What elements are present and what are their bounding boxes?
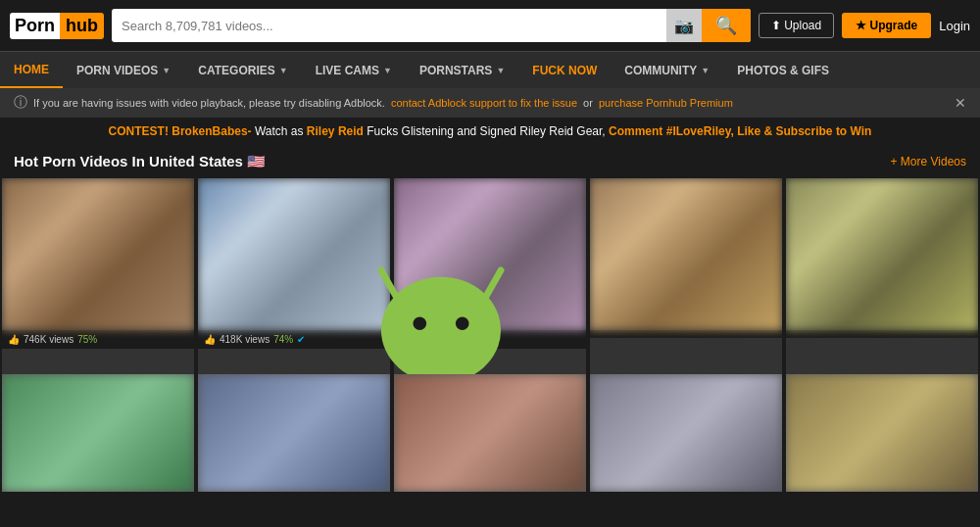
thumb-info-3: 👍 844K views 70% bbox=[394, 330, 586, 349]
thumb-stats-1: 👍 746K views 75% bbox=[8, 334, 188, 345]
contest-name-link[interactable]: Riley Reid bbox=[307, 124, 364, 138]
video-grid: 👍 746K views 75% 👍 418K views 74% ✔ bbox=[0, 178, 980, 374]
alert-close-button[interactable]: ✕ bbox=[955, 95, 966, 111]
thumb-stats-3: 👍 844K views 70% bbox=[400, 334, 580, 345]
alert-bar: ⓘ If you are having issues with video pl… bbox=[0, 88, 980, 118]
thumb-image-1 bbox=[2, 178, 194, 330]
thumb-pct-1: 75% bbox=[77, 334, 97, 345]
video-thumb-1[interactable]: 👍 746K views 75% bbox=[2, 178, 194, 374]
more-videos-link[interactable]: + More Videos bbox=[891, 155, 967, 168]
upload-button[interactable]: ⬆ Upload bbox=[759, 13, 834, 38]
navbar: HOME PORN VIDEOS ▼ CATEGORIES ▼ LIVE CAM… bbox=[0, 51, 980, 88]
section-title: Hot Porn Videos In United States 🇺🇸 + Mo… bbox=[0, 145, 980, 178]
verified-badge-2: ✔ bbox=[297, 334, 305, 345]
contest-prefix: CONTEST! BrokenBabes- bbox=[109, 124, 252, 138]
logo[interactable]: Pornhub bbox=[10, 13, 104, 39]
search-button[interactable]: 🔍 bbox=[702, 9, 751, 42]
video-thumb-7[interactable] bbox=[198, 374, 390, 492]
thumb-image-3 bbox=[394, 178, 586, 330]
thumb-views-icon-3: 👍 bbox=[400, 334, 412, 345]
login-button[interactable]: Login bbox=[939, 19, 970, 33]
video-thumb-3[interactable]: 👍 844K views 70% bbox=[394, 178, 586, 374]
contest-text: Watch as bbox=[255, 124, 307, 138]
thumb-views-3: 844K views bbox=[416, 334, 466, 345]
thumb-image-10 bbox=[786, 374, 978, 492]
nav-photos[interactable]: PHOTOS & GIFS bbox=[723, 52, 843, 88]
nav-live-cams[interactable]: LIVE CAMS ▼ bbox=[302, 52, 406, 88]
section-heading: Hot Porn Videos In United States 🇺🇸 bbox=[14, 153, 266, 170]
logo-hub: hub bbox=[60, 13, 104, 39]
search-bar: 📷 🔍 bbox=[112, 9, 751, 42]
section-heading-text: Hot Porn Videos In United States 🇺🇸 bbox=[14, 153, 266, 170]
premium-link[interactable]: purchase Pornhub Premium bbox=[599, 97, 733, 109]
nav-community[interactable]: COMMUNITY ▼ bbox=[611, 52, 723, 88]
thumb-info-1: 👍 746K views 75% bbox=[2, 330, 194, 349]
alert-icon: ⓘ bbox=[14, 94, 27, 112]
nav-pornstars[interactable]: PORNSTARS ▼ bbox=[406, 52, 518, 88]
thumb-image-5 bbox=[786, 178, 978, 330]
thumb-views-icon-1: 👍 bbox=[8, 334, 20, 345]
alert-message: If you are having issues with video play… bbox=[33, 97, 385, 109]
adblock-support-link[interactable]: contact Adblock support to fix the issue bbox=[391, 97, 577, 109]
thumb-image-4 bbox=[590, 178, 782, 330]
thumb-views-2: 418K views bbox=[220, 334, 270, 345]
thumb-image-9 bbox=[590, 374, 782, 492]
thumb-image-6 bbox=[2, 374, 194, 492]
thumb-image-2 bbox=[198, 178, 390, 330]
thumb-info-4 bbox=[590, 330, 782, 338]
video-thumb-6[interactable] bbox=[2, 374, 194, 492]
thumb-image-7 bbox=[198, 374, 390, 492]
thumb-pct-3: 70% bbox=[469, 334, 489, 345]
upgrade-button[interactable]: ★ Upgrade bbox=[842, 13, 931, 38]
video-thumb-4[interactable] bbox=[590, 178, 782, 374]
thumb-views-1: 746K views bbox=[24, 334, 74, 345]
contest-text2: Fucks Glistening and Signed Riley Reid G… bbox=[367, 124, 609, 138]
topbar: Pornhub 📷 🔍 ⬆ Upload ★ Upgrade Login bbox=[0, 0, 980, 51]
nav-categories[interactable]: CATEGORIES ▼ bbox=[184, 52, 301, 88]
logo-porn: Porn bbox=[10, 13, 60, 39]
nav-home[interactable]: HOME bbox=[0, 52, 63, 88]
alert-or: or bbox=[583, 97, 593, 109]
video-thumb-8[interactable] bbox=[394, 374, 586, 492]
nav-fuck-now[interactable]: FUCK NOW bbox=[518, 52, 611, 88]
thumb-info-2: 👍 418K views 74% ✔ bbox=[198, 330, 390, 349]
nav-porn-videos[interactable]: PORN VIDEOS ▼ bbox=[63, 52, 184, 88]
thumb-views-icon-2: 👍 bbox=[204, 334, 216, 345]
thumb-info-5 bbox=[786, 330, 978, 338]
contest-bar: CONTEST! BrokenBabes- Watch as Riley Rei… bbox=[0, 118, 980, 145]
thumb-stats-2: 👍 418K views 74% ✔ bbox=[204, 334, 384, 345]
contest-hashtag-link[interactable]: Comment #ILoveRiley, Like & Subscribe to… bbox=[609, 124, 871, 138]
search-input[interactable] bbox=[112, 19, 666, 33]
thumb-pct-2: 74% bbox=[273, 334, 293, 345]
thumb-image-8 bbox=[394, 374, 586, 492]
video-thumb-9[interactable] bbox=[590, 374, 782, 492]
camera-icon[interactable]: 📷 bbox=[666, 9, 702, 42]
video-thumb-5[interactable] bbox=[786, 178, 978, 374]
video-thumb-10[interactable] bbox=[786, 374, 978, 492]
video-grid-row2 bbox=[0, 374, 980, 492]
content-area: Hot Porn Videos In United States 🇺🇸 + Mo… bbox=[0, 145, 980, 492]
video-thumb-2[interactable]: 👍 418K views 74% ✔ bbox=[198, 178, 390, 374]
